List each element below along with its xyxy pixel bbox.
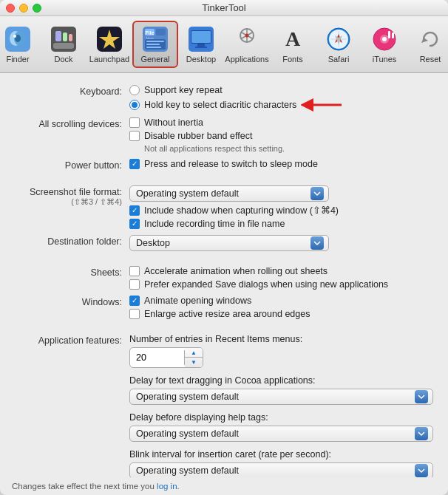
screenshot-shadow-row[interactable]: Include shadow when capturing window (⇧⌘… (129, 205, 433, 216)
window-title: TinkerTool (202, 2, 245, 13)
scrolling-option2-row[interactable]: Disable rubber band effect (129, 131, 433, 141)
maximize-button[interactable] (33, 4, 41, 13)
windows-option2-check[interactable] (129, 309, 140, 319)
windows-option2-label: Enlarge active resize area around edges (144, 309, 310, 319)
keyboard-option2-radio[interactable] (129, 100, 140, 110)
toolbar-item-finder[interactable]: Finder (0, 22, 41, 66)
reset-label: Reset (420, 55, 441, 64)
finder-icon (4, 25, 32, 53)
fonts-label: Fonts (282, 55, 303, 64)
desktop-icon (187, 25, 215, 53)
sheets-option1-check[interactable] (129, 266, 140, 276)
destination-dropdown[interactable]: Desktop (129, 235, 329, 251)
safari-icon (325, 25, 353, 53)
screenshot-label-text: Screenshot file format: (15, 187, 122, 197)
keyboard-options: Support key repeat Hold key to select di… (129, 85, 433, 112)
svg-marker-46 (421, 38, 428, 43)
screenshot-format-dropdown[interactable]: Operating system default (129, 185, 329, 202)
destination-options: Desktop (129, 235, 433, 251)
power-check[interactable] (129, 159, 140, 169)
keyboard-option1-row[interactable]: Support key repeat (129, 85, 433, 95)
windows-options: Animate opening windows Enlarge active r… (129, 296, 433, 319)
svg-rect-24 (197, 44, 205, 47)
sheets-row: Sheets: Accelerate animation when rollin… (15, 266, 433, 290)
helptags-dropdown[interactable]: Operating system default (129, 426, 433, 442)
stepper-buttons: ▲ ▼ (185, 348, 203, 367)
power-option-row[interactable]: Press and release to switch to sleep mod… (129, 159, 433, 169)
toolbar-item-general[interactable]: File New File General (132, 21, 178, 68)
minimize-button[interactable] (19, 4, 28, 13)
main-window: TinkerTool Finder (0, 0, 448, 495)
destination-label: Destination folder: (15, 235, 129, 247)
cocoa-section: Delay for text dragging in Cocoa applica… (129, 375, 433, 405)
scrolling-option2-check[interactable] (129, 131, 140, 141)
blink-label: Blink interval for insertion caret (rate… (129, 449, 433, 460)
toolbar-item-launchpad[interactable]: Launchpad (86, 22, 132, 66)
svg-rect-7 (55, 31, 61, 41)
cocoa-dropdown-arrow (415, 390, 428, 403)
dock-label: Dock (54, 55, 72, 64)
power-option-label: Press and release to switch to sleep mod… (144, 159, 318, 169)
blink-dropdown[interactable]: Operating system default (129, 462, 433, 477)
status-bar: Changes take effect the next time you lo… (0, 477, 448, 495)
windows-option2-row[interactable]: Enlarge active resize area around edges (129, 309, 433, 319)
sheets-option2-check[interactable] (129, 279, 140, 290)
general-label: General (140, 55, 169, 64)
windows-option1-check[interactable] (129, 296, 140, 306)
svg-rect-20 (146, 47, 161, 48)
svg-rect-19 (146, 44, 160, 45)
keyboard-option1-radio[interactable] (129, 85, 140, 95)
appfeatures-row: Application features: Number of entries … (15, 334, 433, 477)
helptags-label: Delay before displaying help tags: (129, 412, 433, 423)
screenshot-row: Screenshot file format: (⇧⌘3 / ⇧⌘4) Oper… (15, 185, 433, 229)
arrow-indicator (301, 98, 345, 112)
windows-option1-row[interactable]: Animate opening windows (129, 296, 433, 306)
close-button[interactable] (6, 4, 15, 13)
svg-rect-18 (146, 41, 164, 42)
appfeatures-label: Application features: (15, 334, 129, 346)
toolbar-item-safari[interactable]: Safari (316, 22, 362, 66)
toolbar-item-dock[interactable]: Dock (41, 22, 86, 66)
applications-icon (233, 25, 261, 53)
screenshot-recording-check[interactable] (129, 219, 140, 229)
cocoa-dropdown[interactable]: Operating system default (129, 389, 433, 405)
svg-rect-43 (388, 31, 390, 38)
screenshot-dropdown-arrow (310, 187, 324, 200)
finder-label: Finder (6, 55, 29, 64)
toolbar-item-reset[interactable]: Reset (407, 22, 448, 66)
screenshot-dropdown-row: Operating system default (129, 185, 433, 202)
keyboard-label: Keyboard: (15, 85, 129, 97)
toolbar-item-applications[interactable]: Applications (224, 22, 270, 66)
sheets-option1-row[interactable]: Accelerate animation when rolling out sh… (129, 266, 433, 276)
applications-label: Applications (225, 55, 268, 64)
general-icon: File New File (141, 25, 169, 53)
keyboard-option2-row[interactable]: Hold key to select diacritic characters (129, 98, 433, 112)
svg-point-42 (382, 37, 387, 41)
status-text1: Changes take effect the (12, 482, 101, 491)
cocoa-label: Delay for text dragging in Cocoa applica… (129, 375, 433, 386)
screenshot-recording-row[interactable]: Include recording time in file name (129, 219, 433, 229)
stepper-up-button[interactable]: ▲ (185, 348, 203, 358)
toolbar-item-fonts[interactable]: A Fonts (270, 22, 316, 66)
recent-items-stepper[interactable]: 20 ▲ ▼ (129, 347, 203, 368)
power-label: Power button: (15, 159, 129, 171)
destination-dropdown-row: Desktop (129, 235, 433, 251)
scrolling-option1-row[interactable]: Without inertia (129, 117, 433, 128)
toolbar-item-itunes[interactable]: iTunes (362, 22, 407, 66)
sheets-option2-row[interactable]: Prefer expanded Save dialogs when using … (129, 279, 433, 290)
svg-rect-8 (63, 33, 67, 41)
toolbar-item-desktop[interactable]: Desktop (178, 22, 224, 66)
itunes-label: iTunes (373, 55, 397, 64)
recent-items-section: Number of entries in Recent Items menus:… (129, 334, 433, 368)
screenshot-options: Operating system default Include shadow … (129, 185, 433, 229)
svg-rect-45 (418, 27, 443, 52)
launchpad-icon (95, 25, 123, 53)
scrolling-option1-check[interactable] (129, 117, 140, 128)
screenshot-shadow-check[interactable] (129, 205, 140, 216)
stepper-down-button[interactable]: ▼ (185, 358, 203, 367)
screenshot-format-value: Operating system default (136, 188, 239, 199)
status-login-link[interactable]: log in (157, 482, 177, 491)
blink-section: Blink interval for insertion caret (rate… (129, 449, 433, 477)
recent-items-label: Number of entries in Recent Items menus: (129, 334, 433, 344)
screenshot-sublabel: (⇧⌘3 / ⇧⌘4) (15, 197, 122, 207)
